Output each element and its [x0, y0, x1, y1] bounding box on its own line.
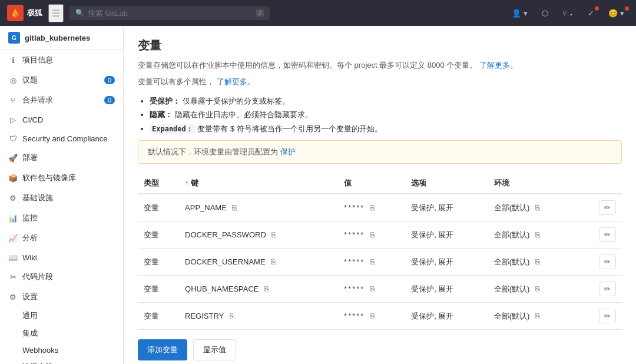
col-options: 选项 — [405, 173, 488, 194]
cell-value-0: ***** ⎘ — [338, 194, 405, 221]
sidebar-item-deploy[interactable]: 🚀 部署 — [0, 148, 123, 168]
sidebar-label-infra: 基础设施 — [22, 193, 53, 203]
cell-env-1: 全部(默认) ⎘ — [488, 221, 578, 249]
copy-value-button-4[interactable]: ⎘ — [369, 310, 376, 322]
search-input[interactable] — [88, 9, 253, 18]
sub-label-integrations: 集成 — [22, 328, 38, 339]
bullet-protected: 受保护： 仅暴露于受保护的分支或标签。 — [150, 94, 622, 108]
user-menu[interactable]: 😊 ▾ — [604, 6, 629, 20]
table-header: 类型 ↑ 键 值 选项 环境 — [138, 173, 622, 194]
copy-key-button-3[interactable]: ⎘ — [263, 283, 270, 294]
project-header: G gitlab_kubernetes — [0, 26, 123, 50]
cell-action-0: ✏ — [578, 194, 622, 221]
copy-env-button-1[interactable]: ⎘ — [534, 229, 541, 240]
sidebar-item-infra[interactable]: ⚙ 基础设施 — [0, 188, 123, 208]
sidebar-item-project-info[interactable]: ℹ 项目信息 — [0, 50, 123, 70]
cell-action-4: ✏ — [578, 303, 622, 330]
copy-env-button-0[interactable]: ⎘ — [534, 202, 541, 213]
cell-key-4: REGISTRY ⎘ — [179, 303, 338, 330]
sidebar-item-monitor[interactable]: 📊 监控 — [0, 208, 123, 228]
sidebar: G gitlab_kubernetes ℹ 项目信息 ◎ 议题 0 ⑂ 合并请求… — [0, 26, 124, 364]
col-actions — [578, 173, 622, 194]
col-value: 值 — [338, 173, 405, 194]
sidebar-label-cicd: CI/CD — [22, 115, 43, 124]
table-row: 变量 APP_NAME ⎘ ***** ⎘ 受保护, 展开 全部(默认) ⎘ ✏ — [138, 194, 622, 221]
infra-icon: ⚙ — [8, 193, 18, 203]
cell-type-0: 变量 — [138, 194, 179, 221]
activity-icon[interactable]: ⬡ — [537, 6, 553, 20]
copy-env-button-4[interactable]: ⎘ — [534, 310, 541, 322]
fox-icon — [7, 5, 24, 21]
cell-type-2: 变量 — [138, 249, 179, 276]
cell-type-1: 变量 — [138, 221, 179, 249]
sidebar-label-wiki: Wiki — [22, 253, 37, 262]
copy-env-button-3[interactable]: ⎘ — [534, 283, 541, 294]
learn-more-link-2[interactable]: 了解更多。 — [217, 77, 255, 86]
sidebar-item-snippets[interactable]: ✂ 代码片段 — [0, 267, 123, 287]
sidebar-label-merge-requests: 合并请求 — [22, 95, 53, 105]
edit-button-0[interactable]: ✏ — [599, 200, 616, 215]
sidebar-item-issues[interactable]: ◎ 议题 0 — [0, 70, 123, 90]
copy-value-button-1[interactable]: ⎘ — [369, 229, 376, 240]
sub-label-webhooks: Webhooks — [22, 346, 58, 355]
notice-protect-link[interactable]: 保护 — [280, 147, 296, 156]
sidebar-item-packages[interactable]: 📦 软件包与镜像库 — [0, 168, 123, 188]
learn-more-link-1[interactable]: 了解更多。 — [479, 61, 518, 70]
todos-icon[interactable]: ✓ — [583, 6, 599, 20]
col-type: 类型 — [138, 173, 179, 194]
page-title: 变量 — [138, 38, 622, 54]
copy-key-button-2[interactable]: ⎘ — [270, 256, 277, 267]
copy-value-button-0[interactable]: ⎘ — [369, 202, 376, 213]
sidebar-item-wiki[interactable]: 📖 Wiki — [0, 248, 123, 267]
copy-value-button-3[interactable]: ⎘ — [369, 283, 376, 294]
bullet-hidden: 隐藏： 隐藏在作业日志中。必须符合隐藏要求。 — [150, 108, 622, 121]
edit-button-1[interactable]: ✏ — [599, 227, 616, 242]
project-avatar: G — [8, 32, 20, 44]
main-layout: G gitlab_kubernetes ℹ 项目信息 ◎ 议题 0 ⑂ 合并请求… — [0, 26, 636, 364]
edit-button-3[interactable]: ✏ — [599, 282, 616, 296]
copy-key-button-1[interactable]: ⎘ — [270, 229, 277, 240]
merge-icon[interactable]: ⑂ ▾ — [558, 6, 579, 20]
cell-type-4: 变量 — [138, 303, 179, 330]
hamburger-button[interactable]: ☰ — [48, 4, 64, 22]
copy-key-button-0[interactable]: ⎘ — [231, 202, 238, 213]
sidebar-label-monitor: 监控 — [22, 213, 38, 223]
info-icon: ℹ — [8, 55, 18, 65]
profile-dropdown[interactable]: 👤 ▾ — [507, 6, 532, 20]
sidebar-item-settings[interactable]: ⚙ 设置 — [0, 287, 123, 307]
monitor-icon: 📊 — [8, 213, 18, 223]
sidebar-sub-general[interactable]: 通用 — [22, 307, 123, 325]
sidebar-item-security[interactable]: 🛡 Security and Compliance — [0, 129, 123, 148]
cell-env-2: 全部(默认) ⎘ — [488, 249, 578, 276]
page-description: 变量存储您可以在作业脚本中使用的信息，如密码和密钥。每个 project 最多可… — [138, 59, 622, 72]
shield-icon: 🛡 — [8, 134, 18, 143]
deploy-icon: 🚀 — [8, 153, 18, 163]
copy-key-button-4[interactable]: ⎘ — [228, 310, 236, 322]
add-variable-button[interactable]: 添加变量 — [138, 339, 187, 360]
sidebar-label-snippets: 代码片段 — [22, 272, 53, 282]
sidebar-sub-integrations[interactable]: 集成 — [22, 325, 123, 342]
show-values-button[interactable]: 显示值 — [193, 339, 236, 360]
sidebar-item-cicd[interactable]: ▷ CI/CD — [0, 110, 123, 129]
cell-options-0: 受保护, 展开 — [405, 194, 488, 221]
copy-value-button-2[interactable]: ⎘ — [369, 256, 376, 267]
table-row: 变量 DOCKER_USERNAME ⎘ ***** ⎘ 受保护, 展开 全部(… — [138, 249, 622, 276]
cell-action-2: ✏ — [578, 249, 622, 276]
logo-text: 极狐 — [27, 8, 42, 18]
col-env: 环境 — [488, 173, 578, 194]
cell-key-3: QHUB_NAMESPACE ⎘ — [179, 276, 338, 303]
search-bar[interactable]: 🔍 / — [69, 6, 270, 20]
sidebar-sub-access-tokens[interactable]: 访问令牌 — [22, 358, 123, 364]
sidebar-item-analyze[interactable]: 📈 分析 — [0, 228, 123, 248]
edit-button-4[interactable]: ✏ — [599, 309, 616, 323]
notice-box: 默认情况下，环境变量由管理员配置为 保护 — [138, 140, 622, 164]
cell-options-4: 受保护, 展开 — [405, 303, 488, 330]
packages-icon: 📦 — [8, 173, 18, 183]
sidebar-label-packages: 软件包与镜像库 — [22, 173, 76, 183]
sidebar-item-merge-requests[interactable]: ⑂ 合并请求 0 — [0, 90, 123, 110]
copy-env-button-2[interactable]: ⎘ — [534, 256, 541, 267]
cell-key-1: DOCKER_PASSWORD ⎘ — [179, 221, 338, 249]
edit-button-2[interactable]: ✏ — [599, 254, 616, 269]
sidebar-sub-webhooks[interactable]: Webhooks — [22, 342, 123, 358]
cell-options-3: 受保护, 展开 — [405, 276, 488, 303]
